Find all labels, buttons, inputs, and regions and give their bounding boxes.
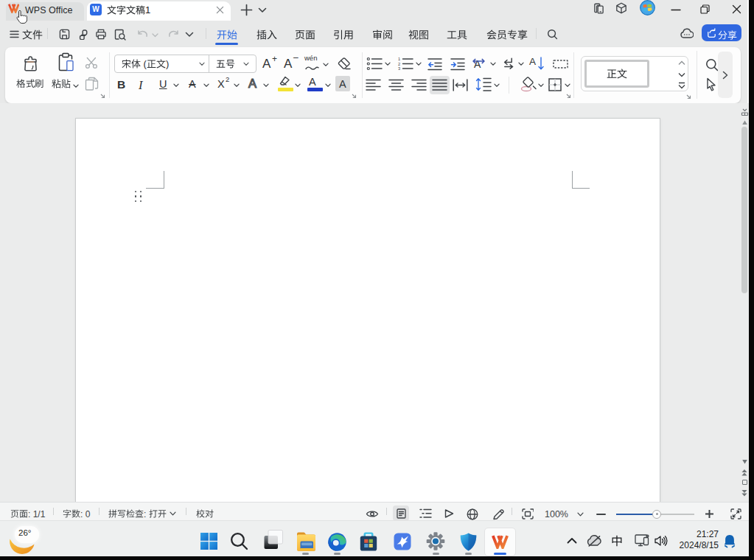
svg-text:1: 1 bbox=[398, 57, 400, 61]
svg-text:3: 3 bbox=[398, 66, 400, 71]
svg-text:2: 2 bbox=[398, 62, 400, 66]
